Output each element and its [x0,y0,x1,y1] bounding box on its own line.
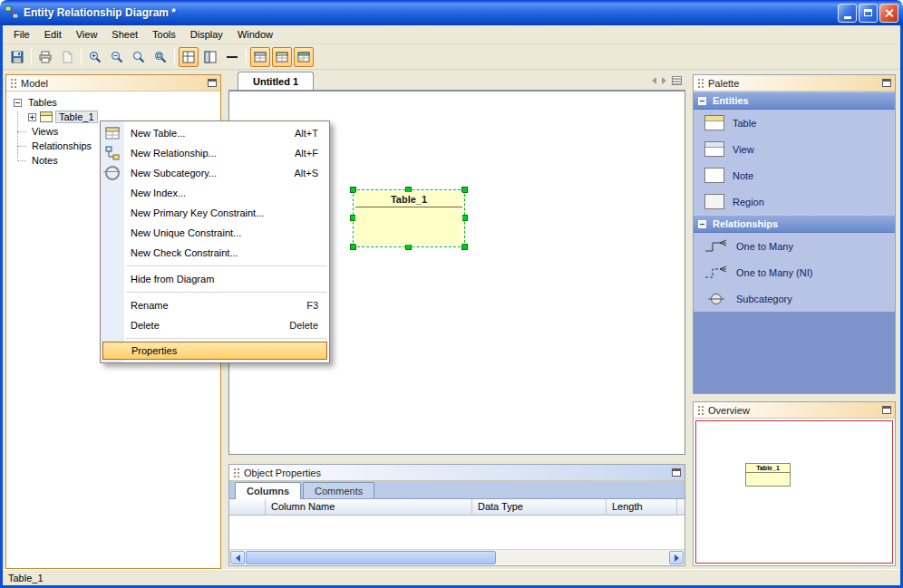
scroll-right-button[interactable] [669,551,684,564]
object-properties-header[interactable]: Object Properties [229,465,685,481]
section-relationships[interactable]: Relationships [694,215,895,233]
grid-icon [181,50,196,64]
tree-item-tables[interactable]: Tables [10,95,220,110]
menu-sheet[interactable]: Sheet [104,27,145,42]
zoom-fit-icon [153,50,168,64]
zoom-out-button[interactable] [107,47,127,67]
float-panel-icon[interactable] [672,468,681,477]
column-header-column-name[interactable]: Column Name [266,499,472,516]
entity-shape[interactable]: Table_1 [355,192,462,245]
palette-item-view[interactable]: View [694,136,895,162]
menu-item-new-check-constraint[interactable]: New Check Constraint... [101,243,329,263]
table-view-2-button[interactable] [272,47,292,67]
palette-item-subcategory[interactable]: Subcategory [694,285,895,312]
resize-handle[interactable] [461,244,468,250]
table-view-1-button[interactable] [250,47,270,67]
resize-handle[interactable] [461,215,468,221]
menu-item-new-table[interactable]: New Table... Alt+T [101,123,329,143]
tab-columns[interactable]: Columns [235,482,301,499]
subcategory-icon [704,292,728,306]
print-icon [38,50,53,64]
new-subcategory-icon [105,166,120,180]
resize-handle[interactable] [350,244,356,250]
overview-viewport[interactable]: Table_1 [695,420,893,564]
overview-header[interactable]: Overview [694,402,895,419]
shortcut-label: Alt+F [295,148,329,159]
menu-tools[interactable]: Tools [145,27,183,42]
menu-window[interactable]: Window [230,27,280,42]
toolbar-separator [31,49,32,65]
tab-scroll-right-icon[interactable] [662,77,666,84]
tree-label-views[interactable]: Views [29,126,61,137]
tab-comments[interactable]: Comments [303,482,374,498]
palette-item-note[interactable]: Note [694,162,895,188]
tree-label-relationships[interactable]: Relationships [29,140,94,151]
menu-view[interactable]: View [69,27,105,42]
menu-item-new-subcategory[interactable]: New Subcategory... Alt+S [101,163,329,183]
column-header-data-type[interactable]: Data Type [472,499,607,516]
panel-grip-icon[interactable] [233,468,239,478]
tab-list-icon[interactable] [672,76,682,85]
zoom-actual-button[interactable] [129,47,149,67]
menu-display[interactable]: Display [183,27,230,42]
print-button[interactable] [35,47,55,67]
float-panel-icon[interactable] [882,406,891,414]
float-panel-icon[interactable] [208,79,217,87]
menu-item-new-unique-constraint[interactable]: New Unique Constraint... [101,223,329,243]
grid-header-row: Column Name Data Type Length [229,499,685,516]
menu-file[interactable]: File [6,27,37,42]
scroll-left-button[interactable] [230,551,245,564]
collapse-expander-icon[interactable] [14,99,22,107]
titlebar[interactable]: Entity Relationship Diagram * [0,0,903,25]
section-entities[interactable]: Entities [694,92,895,110]
menu-item-new-relationship[interactable]: New Relationship... Alt+F [101,143,329,163]
restore-icon [864,9,872,16]
grid-body[interactable] [229,516,685,549]
line-icon [225,50,239,64]
collapse-icon[interactable] [698,220,706,228]
menu-item-delete[interactable]: Delete Delete [101,315,329,335]
palette-item-table[interactable]: Table [694,110,895,136]
expand-expander-icon[interactable] [28,113,36,121]
model-panel-header[interactable]: Model [6,75,220,92]
window-controls [838,4,898,23]
scrollbar-thumb[interactable] [246,551,496,564]
restore-button[interactable] [859,4,878,23]
panel-grip-icon[interactable] [10,78,16,89]
page-setup-button[interactable] [57,47,77,67]
menu-item-rename[interactable]: Rename F3 [101,295,329,315]
minimize-button[interactable] [838,4,857,23]
palette-item-one-to-many[interactable]: One to Many [694,233,895,259]
panel-grip-icon[interactable] [697,405,704,416]
horizontal-scrollbar[interactable] [229,549,685,564]
tab-untitled-1[interactable]: Untitled 1 [238,72,314,90]
zoom-in-button[interactable] [85,47,105,67]
column-header-length[interactable]: Length [607,499,677,516]
new-table-icon [105,126,120,140]
menu-item-new-primary-key-constraint[interactable]: New Primary Key Constraint... [101,203,329,223]
float-panel-icon[interactable] [882,79,891,87]
palette-item-region[interactable]: Region [694,188,895,215]
entity-table-1[interactable]: Table_1 [353,189,465,247]
menu-item-hide-from-diagram[interactable]: Hide from Diagram [101,269,329,289]
toggle-line-button[interactable] [222,47,242,67]
tree-label-notes[interactable]: Notes [29,155,61,166]
resize-handle[interactable] [405,244,412,250]
palette-item-one-to-many-ni[interactable]: One to Many (NI) [694,259,895,285]
close-button[interactable] [879,4,898,23]
tree-label-table-1[interactable]: Table_1 [55,111,98,123]
toggle-panes-button[interactable] [200,47,220,67]
menu-item-new-index[interactable]: New Index... [101,183,329,203]
save-button[interactable] [7,47,27,67]
panel-grip-icon[interactable] [697,78,704,89]
tab-scroll-left-icon[interactable] [652,77,656,84]
palette-header[interactable]: Palette [694,75,895,92]
tree-label-tables[interactable]: Tables [25,97,60,108]
menu-item-properties[interactable]: Properties [102,342,327,360]
toggle-grid-button[interactable] [179,47,199,67]
table-view-3-button[interactable] [294,47,314,67]
zoom-fit-button[interactable] [150,47,170,67]
resize-handle[interactable] [461,187,468,193]
menu-edit[interactable]: Edit [37,27,69,42]
collapse-icon[interactable] [698,97,706,105]
